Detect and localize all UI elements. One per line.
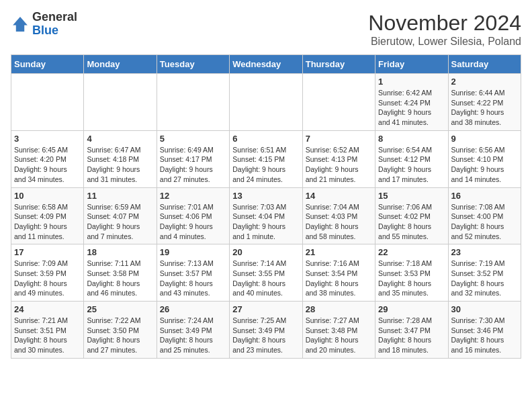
- day-info: Sunrise: 7:30 AM Sunset: 3:46 PM Dayligh…: [451, 316, 518, 355]
- title-block: November 2024 Bierutow, Lower Silesia, P…: [368, 11, 521, 48]
- calendar-cell: 14Sunrise: 7:04 AM Sunset: 4:03 PM Dayli…: [302, 187, 375, 244]
- day-number: 26: [160, 304, 226, 314]
- day-number: 30: [451, 304, 518, 314]
- calendar-cell: 21Sunrise: 7:16 AM Sunset: 3:54 PM Dayli…: [302, 244, 375, 302]
- day-number: 8: [378, 134, 445, 144]
- header-cell-thursday: Thursday: [302, 55, 375, 74]
- day-info: Sunrise: 6:54 AM Sunset: 4:12 PM Dayligh…: [378, 145, 445, 185]
- day-number: 14: [306, 191, 372, 201]
- calendar-cell: 23Sunrise: 7:19 AM Sunset: 3:52 PM Dayli…: [448, 244, 521, 302]
- calendar-cell: 7Sunrise: 6:52 AM Sunset: 4:13 PM Daylig…: [302, 130, 375, 187]
- day-number: 27: [232, 304, 299, 314]
- day-number: 29: [378, 304, 445, 314]
- logo-general-text: General: [32, 10, 77, 24]
- day-info: Sunrise: 6:58 AM Sunset: 4:09 PM Dayligh…: [14, 202, 81, 242]
- header-cell-wednesday: Wednesday: [230, 55, 302, 74]
- day-info: Sunrise: 6:44 AM Sunset: 4:22 PM Dayligh…: [451, 88, 518, 128]
- day-number: 6: [232, 134, 299, 144]
- day-info: Sunrise: 7:04 AM Sunset: 4:03 PM Dayligh…: [306, 202, 372, 242]
- calendar-cell: 4Sunrise: 6:47 AM Sunset: 4:18 PM Daylig…: [84, 130, 157, 187]
- day-info: Sunrise: 7:14 AM Sunset: 3:55 PM Dayligh…: [232, 259, 299, 298]
- day-number: 9: [451, 134, 518, 144]
- calendar-cell: 22Sunrise: 7:18 AM Sunset: 3:53 PM Dayli…: [375, 244, 448, 302]
- day-number: 4: [87, 134, 153, 144]
- calendar-week-1: 1Sunrise: 6:42 AM Sunset: 4:24 PM Daylig…: [11, 74, 521, 131]
- calendar-week-5: 24Sunrise: 7:21 AM Sunset: 3:51 PM Dayli…: [11, 302, 521, 359]
- calendar-cell: 27Sunrise: 7:25 AM Sunset: 3:49 PM Dayli…: [230, 302, 302, 359]
- calendar-cell: 20Sunrise: 7:14 AM Sunset: 3:55 PM Dayli…: [230, 244, 302, 302]
- calendar-cell: [11, 74, 84, 131]
- calendar-header-row: SundayMondayTuesdayWednesdayThursdayFrid…: [11, 55, 521, 74]
- day-number: 2: [451, 77, 518, 87]
- header: General Blue November 2024 Bierutow, Low…: [11, 11, 521, 48]
- day-info: Sunrise: 6:49 AM Sunset: 4:17 PM Dayligh…: [160, 145, 226, 185]
- logo: General Blue: [11, 11, 77, 38]
- calendar-cell: 11Sunrise: 6:59 AM Sunset: 4:07 PM Dayli…: [84, 187, 157, 244]
- calendar-cell: 24Sunrise: 7:21 AM Sunset: 3:51 PM Dayli…: [11, 302, 84, 359]
- day-info: Sunrise: 7:24 AM Sunset: 3:49 PM Dayligh…: [160, 316, 226, 355]
- calendar-header: SundayMondayTuesdayWednesdayThursdayFrid…: [11, 55, 521, 74]
- day-number: 11: [87, 191, 153, 201]
- calendar-cell: 8Sunrise: 6:54 AM Sunset: 4:12 PM Daylig…: [375, 130, 448, 187]
- day-number: 21: [306, 247, 372, 257]
- day-number: 24: [14, 304, 81, 314]
- calendar-cell: 9Sunrise: 6:56 AM Sunset: 4:10 PM Daylig…: [448, 130, 521, 187]
- day-info: Sunrise: 6:59 AM Sunset: 4:07 PM Dayligh…: [87, 202, 153, 242]
- calendar-cell: 2Sunrise: 6:44 AM Sunset: 4:22 PM Daylig…: [448, 74, 521, 131]
- calendar-cell: 25Sunrise: 7:22 AM Sunset: 3:50 PM Dayli…: [84, 302, 157, 359]
- calendar-cell: 12Sunrise: 7:01 AM Sunset: 4:06 PM Dayli…: [157, 187, 229, 244]
- day-info: Sunrise: 7:25 AM Sunset: 3:49 PM Dayligh…: [232, 316, 299, 355]
- day-number: 22: [378, 247, 445, 257]
- calendar-cell: 10Sunrise: 6:58 AM Sunset: 4:09 PM Dayli…: [11, 187, 84, 244]
- calendar-cell: [157, 74, 229, 131]
- calendar-cell: 17Sunrise: 7:09 AM Sunset: 3:59 PM Dayli…: [11, 244, 84, 302]
- day-number: 7: [306, 134, 372, 144]
- main-title: November 2024: [368, 11, 521, 36]
- calendar-cell: 6Sunrise: 6:51 AM Sunset: 4:15 PM Daylig…: [230, 130, 302, 187]
- day-info: Sunrise: 7:27 AM Sunset: 3:48 PM Dayligh…: [306, 316, 372, 355]
- calendar-cell: 1Sunrise: 6:42 AM Sunset: 4:24 PM Daylig…: [375, 74, 448, 131]
- calendar-cell: 30Sunrise: 7:30 AM Sunset: 3:46 PM Dayli…: [448, 302, 521, 359]
- calendar-table: SundayMondayTuesdayWednesdayThursdayFrid…: [11, 54, 521, 359]
- calendar-cell: 13Sunrise: 7:03 AM Sunset: 4:04 PM Dayli…: [230, 187, 302, 244]
- day-info: Sunrise: 7:06 AM Sunset: 4:02 PM Dayligh…: [378, 202, 445, 242]
- day-info: Sunrise: 7:11 AM Sunset: 3:58 PM Dayligh…: [87, 259, 153, 298]
- day-info: Sunrise: 7:28 AM Sunset: 3:47 PM Dayligh…: [378, 316, 445, 355]
- day-number: 12: [160, 191, 226, 201]
- calendar-cell: [230, 74, 302, 131]
- logo-text: General Blue: [32, 11, 77, 38]
- day-number: 16: [451, 191, 518, 201]
- day-number: 3: [14, 134, 81, 144]
- day-info: Sunrise: 7:19 AM Sunset: 3:52 PM Dayligh…: [451, 259, 518, 298]
- calendar-cell: 29Sunrise: 7:28 AM Sunset: 3:47 PM Dayli…: [375, 302, 448, 359]
- day-number: 25: [87, 304, 153, 314]
- calendar-cell: 18Sunrise: 7:11 AM Sunset: 3:58 PM Dayli…: [84, 244, 157, 302]
- header-cell-sunday: Sunday: [11, 55, 84, 74]
- logo-icon: [11, 15, 30, 34]
- day-number: 13: [232, 191, 299, 201]
- day-info: Sunrise: 6:45 AM Sunset: 4:20 PM Dayligh…: [14, 145, 81, 185]
- calendar-week-3: 10Sunrise: 6:58 AM Sunset: 4:09 PM Dayli…: [11, 187, 521, 244]
- calendar-cell: 19Sunrise: 7:13 AM Sunset: 3:57 PM Dayli…: [157, 244, 229, 302]
- calendar-body: 1Sunrise: 6:42 AM Sunset: 4:24 PM Daylig…: [11, 74, 521, 359]
- day-info: Sunrise: 6:47 AM Sunset: 4:18 PM Dayligh…: [87, 145, 153, 185]
- day-info: Sunrise: 7:18 AM Sunset: 3:53 PM Dayligh…: [378, 259, 445, 298]
- calendar-cell: 28Sunrise: 7:27 AM Sunset: 3:48 PM Dayli…: [302, 302, 375, 359]
- day-info: Sunrise: 7:08 AM Sunset: 4:00 PM Dayligh…: [451, 202, 518, 242]
- day-info: Sunrise: 6:51 AM Sunset: 4:15 PM Dayligh…: [232, 145, 299, 185]
- day-info: Sunrise: 6:52 AM Sunset: 4:13 PM Dayligh…: [306, 145, 372, 185]
- calendar-cell: 26Sunrise: 7:24 AM Sunset: 3:49 PM Dayli…: [157, 302, 229, 359]
- day-number: 17: [14, 247, 81, 257]
- subtitle: Bierutow, Lower Silesia, Poland: [368, 36, 521, 48]
- header-cell-saturday: Saturday: [448, 55, 521, 74]
- day-info: Sunrise: 7:03 AM Sunset: 4:04 PM Dayligh…: [232, 202, 299, 242]
- day-number: 20: [232, 247, 299, 257]
- day-number: 15: [378, 191, 445, 201]
- day-number: 1: [378, 77, 445, 87]
- day-info: Sunrise: 7:09 AM Sunset: 3:59 PM Dayligh…: [14, 259, 81, 298]
- header-cell-monday: Monday: [84, 55, 157, 74]
- calendar-cell: [84, 74, 157, 131]
- day-number: 23: [451, 247, 518, 257]
- day-number: 10: [14, 191, 81, 201]
- day-info: Sunrise: 7:13 AM Sunset: 3:57 PM Dayligh…: [160, 259, 226, 298]
